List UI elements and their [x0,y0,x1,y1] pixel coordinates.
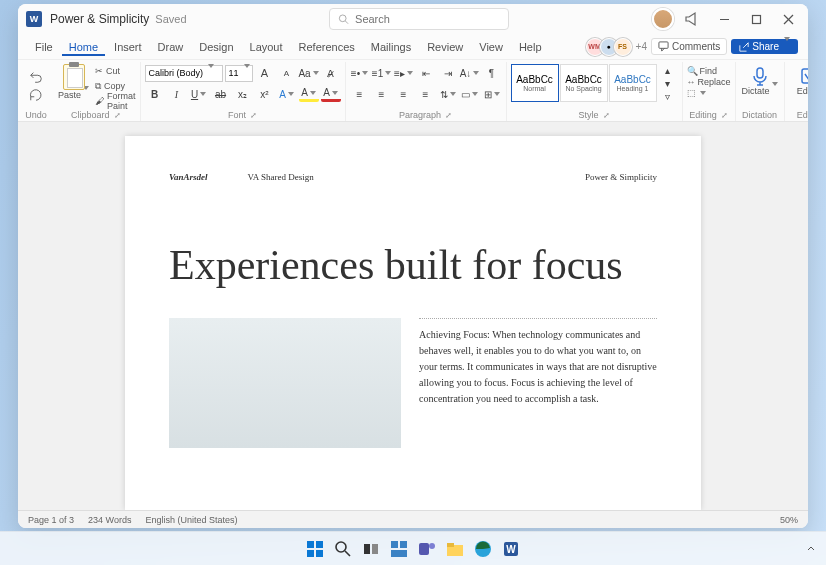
increase-indent-button[interactable]: ⇥ [438,64,458,82]
multilevel-list-button[interactable]: ≡▸ [394,64,414,82]
style-heading-1[interactable]: AaBbCc Heading 1 [609,64,657,102]
borders-button[interactable]: ⊞ [482,85,502,103]
tab-review[interactable]: Review [420,38,470,56]
tab-insert[interactable]: Insert [107,38,149,56]
undo-group-label: Undo [25,110,47,121]
align-right-button[interactable]: ≡ [394,85,414,103]
bullets-button[interactable]: ≡• [350,64,370,82]
increase-font-button[interactable]: A [255,64,275,82]
redo-button[interactable] [26,86,46,104]
share-button[interactable]: Share [731,39,798,54]
style-no-spacing[interactable]: AaBbCc No Spacing [560,64,608,102]
explorer-icon[interactable] [444,538,466,560]
cut-button[interactable]: ✂Cut [95,64,136,78]
change-case-button[interactable]: Aa [299,64,319,82]
paragraph-launcher[interactable]: ⤢ [445,111,452,120]
editing-launcher[interactable]: ⤢ [721,111,728,120]
taskbar-search[interactable] [332,538,354,560]
sort-button[interactable]: A↓ [460,64,480,82]
undo-button[interactable] [26,68,46,86]
align-left-button[interactable]: ≡ [350,85,370,103]
styles-scroll-down[interactable]: ▾ [658,77,678,89]
tab-references[interactable]: References [292,38,362,56]
numbering-button[interactable]: ≡1 [372,64,392,82]
style-normal[interactable]: AaBbCc Normal [511,64,559,102]
document-body-text[interactable]: Achieving Focus: When technology communi… [419,318,657,448]
document-page[interactable]: VanArsdel VA Shared Design Power & Simpl… [125,136,701,510]
tab-view[interactable]: View [472,38,510,56]
close-button[interactable] [774,7,802,31]
styles-scroll-up[interactable]: ▴ [658,64,678,76]
comments-button[interactable]: Comments [651,38,727,55]
shading-button[interactable]: ▭ [460,85,480,103]
minimize-button[interactable] [710,7,738,31]
paste-label: Paste [58,90,89,100]
show-marks-button[interactable]: ¶ [482,64,502,82]
start-button[interactable] [304,538,326,560]
tab-draw[interactable]: Draw [151,38,191,56]
clipboard-launcher[interactable]: ⤢ [114,111,121,120]
find-button[interactable]: 🔍Find [687,66,718,76]
word-taskbar-icon[interactable]: W [500,538,522,560]
presence-user-3[interactable]: FS [614,38,632,56]
system-tray[interactable] [806,544,816,554]
document-heading[interactable]: Experiences built for focus [169,242,657,288]
subscript-button[interactable]: x₂ [233,85,253,103]
align-center-button[interactable]: ≡ [372,85,392,103]
decrease-indent-button[interactable]: ⇤ [416,64,436,82]
user-avatar[interactable] [652,8,674,30]
edge-icon[interactable] [472,538,494,560]
strikethrough-button[interactable]: ab [211,85,231,103]
tab-file[interactable]: File [28,38,60,56]
teams-icon[interactable] [416,538,438,560]
decrease-font-button[interactable]: A [277,64,297,82]
presence-stack[interactable]: WM ● FS +4 [590,38,647,56]
clear-formatting-button[interactable]: A̷ [321,64,341,82]
language-indicator[interactable]: English (United States) [145,515,237,525]
presence-more[interactable]: +4 [636,41,647,52]
page-indicator[interactable]: Page 1 of 3 [28,515,74,525]
bold-button[interactable]: B [145,85,165,103]
dictate-button[interactable]: Dictate [740,64,780,96]
styles-expand[interactable]: ▿ [658,90,678,102]
tab-help[interactable]: Help [512,38,549,56]
search-input[interactable] [355,13,500,25]
select-button[interactable]: ⬚ [687,88,706,98]
tab-home[interactable]: Home [62,38,105,56]
italic-button[interactable]: I [167,85,187,103]
document-title[interactable]: Power & Simplicity [50,12,149,26]
text-effects-button[interactable]: A [277,85,297,103]
styles-launcher[interactable]: ⤢ [603,111,610,120]
document-image-placeholder[interactable] [169,318,401,448]
style-name: Heading 1 [617,85,649,92]
paste-button[interactable]: Paste [56,64,91,100]
justify-button[interactable]: ≡ [416,85,436,103]
tab-layout[interactable]: Layout [243,38,290,56]
tab-mailings[interactable]: Mailings [364,38,418,56]
chevron-down-icon [206,68,214,78]
underline-button[interactable]: U [189,85,209,103]
replace-button[interactable]: ↔Replace [687,77,731,87]
search-icon [338,13,349,25]
font-size-select[interactable]: 11 [225,65,253,82]
document-canvas[interactable]: VanArsdel VA Shared Design Power & Simpl… [18,122,808,510]
task-view-button[interactable] [360,538,382,560]
highlight-button[interactable]: A [299,86,319,102]
svg-line-14 [345,551,350,556]
word-count[interactable]: 234 Words [88,515,131,525]
cut-label: Cut [106,66,120,76]
font-color-button[interactable]: A [321,86,341,102]
megaphone-icon[interactable] [678,7,706,31]
zoom-level[interactable]: 50% [780,515,798,525]
comments-label: Comments [672,41,720,52]
font-name-select[interactable]: Calibri (Body) [145,65,223,82]
widgets-button[interactable] [388,538,410,560]
format-painter-button[interactable]: 🖌Format Paint [95,94,136,108]
search-box[interactable] [329,8,509,30]
line-spacing-button[interactable]: ⇅ [438,85,458,103]
tab-design[interactable]: Design [192,38,240,56]
editor-button[interactable]: Editor [789,64,808,96]
maximize-button[interactable] [742,7,770,31]
font-launcher[interactable]: ⤢ [250,111,257,120]
superscript-button[interactable]: x² [255,85,275,103]
